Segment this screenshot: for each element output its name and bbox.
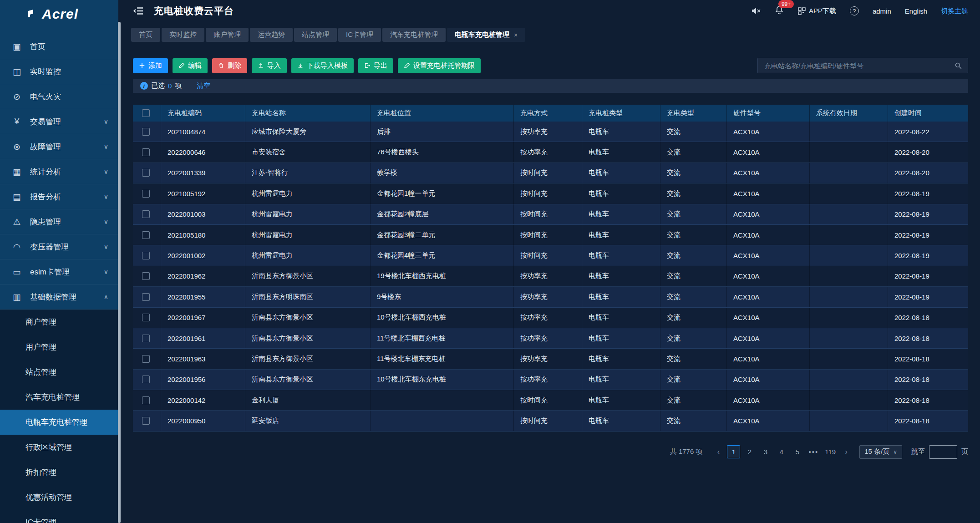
username[interactable]: admin <box>873 7 891 15</box>
sidebar-submenu-item[interactable]: 站点管理 <box>0 360 118 385</box>
theme-switch-link[interactable]: 切换主题 <box>941 7 968 15</box>
set-hosting-period-button[interactable]: 设置充电桩托管期限 <box>398 58 481 73</box>
cell-created: 2022-08-18 <box>888 349 968 369</box>
sidebar-submenu-item[interactable]: 电瓶车充电桩管理 <box>0 410 118 435</box>
tab[interactable]: 站点管理 × <box>294 28 337 42</box>
sidebar-item[interactable]: ¥ 交易管理 ∨ <box>0 109 118 134</box>
import-button[interactable]: 导入 <box>252 58 287 73</box>
row-checkbox[interactable] <box>142 417 150 425</box>
tab[interactable]: IC卡管理 × <box>338 28 381 42</box>
sidebar-item[interactable]: ▭ esim卡管理 ∨ <box>0 259 118 284</box>
sidebar-item[interactable]: ◫ 实时监控 <box>0 59 118 84</box>
cell-station: 延安饭店 <box>245 411 371 431</box>
sidebar-item[interactable]: ⊘ 电气火灾 <box>0 84 118 109</box>
row-checkbox[interactable] <box>142 190 150 198</box>
table-row[interactable]: 2022001339 江苏-智将行 教学楼 按时间充 电瓶车 交流 ACX10A… <box>133 163 968 183</box>
table-row[interactable]: 2022001963 沂南县东方御景小区 11号楼北车棚东充电桩 按功率充 电瓶… <box>133 349 968 369</box>
notifications[interactable]: 99+ <box>775 5 784 16</box>
delete-button[interactable]: 删除 <box>212 58 247 73</box>
table-row[interactable]: 2022001962 沂南县东方御景小区 19号楼北车棚西充电桩 按功率充 电瓶… <box>133 266 968 287</box>
cell-method: 按功率充 <box>514 287 582 307</box>
tab-label: 账户管理 <box>213 30 241 39</box>
row-checkbox[interactable] <box>142 231 150 239</box>
sidebar-item[interactable]: ◠ 变压器管理 ∨ <box>0 234 118 259</box>
sidebar-submenu-item[interactable]: 用户管理 <box>0 335 118 360</box>
row-checkbox[interactable] <box>142 210 150 218</box>
sidebar-submenu-item[interactable]: 优惠活动管理 <box>0 485 118 510</box>
download-template-button[interactable]: 下载导入模板 <box>291 58 354 73</box>
row-checkbox[interactable] <box>142 376 150 383</box>
add-button[interactable]: 添加 <box>133 58 168 73</box>
tab[interactable]: 汽车充电桩管理 × <box>382 28 446 42</box>
row-checkbox[interactable] <box>142 148 150 156</box>
row-checkbox[interactable] <box>142 335 150 342</box>
chevron-icon: ∨ <box>104 218 108 225</box>
export-button[interactable]: 导出 <box>358 58 393 73</box>
sidebar-submenu-item[interactable]: 商户管理 <box>0 310 118 335</box>
table-row[interactable]: 2022000646 市安装宿舍 76号楼西楼头 按功率充 电瓶车 交流 ACX… <box>133 142 968 162</box>
sidebar-submenu-item[interactable]: 行政区域管理 <box>0 435 118 460</box>
collapse-sidebar-icon[interactable] <box>133 5 145 17</box>
row-checkbox[interactable] <box>142 396 150 404</box>
sidebar-item[interactable]: ▤ 报告分析 ∨ <box>0 184 118 209</box>
table-row[interactable]: 2021005192 杭州雷霆电力 金都花园1幢一单元 按时间充 电瓶车 交流 … <box>133 183 968 204</box>
mute-icon[interactable] <box>751 6 761 15</box>
sidebar-scrollbar[interactable] <box>118 22 121 523</box>
sidebar-submenu-label: 站点管理 <box>25 367 56 377</box>
last-page-number[interactable]: 119 <box>823 445 838 458</box>
page-number[interactable]: 2 <box>743 445 756 458</box>
tab[interactable]: 首页 × <box>131 28 160 42</box>
jump-page-input[interactable] <box>929 445 957 459</box>
page-size-select[interactable]: 15 条/页 ∨ <box>859 445 902 459</box>
row-checkbox[interactable] <box>142 272 150 280</box>
row-checkbox[interactable] <box>142 128 150 136</box>
next-page-icon[interactable]: › <box>840 448 852 456</box>
search-icon[interactable] <box>955 62 962 70</box>
table-body: 2021004874 应城市保险大厦旁 后排 按功率充 电瓶车 交流 ACX10… <box>133 122 968 432</box>
tab[interactable]: 实时监控 × <box>162 28 204 42</box>
help-icon[interactable]: ? <box>850 6 859 15</box>
table-row[interactable]: 2022001003 杭州雷霆电力 金都花园2幢底层 按时间充 电瓶车 交流 A… <box>133 204 968 225</box>
app-download[interactable]: APP下载 <box>797 7 836 15</box>
clear-selection-link[interactable]: 清空 <box>197 81 210 90</box>
sidebar-item[interactable]: ▦ 统计分析 ∨ <box>0 159 118 184</box>
search-input[interactable] <box>764 62 955 70</box>
row-checkbox[interactable] <box>142 169 150 177</box>
table-row[interactable]: 2022001956 沂南县东方御景小区 10号楼北车棚东充电桩 按功率充 电瓶… <box>133 370 968 390</box>
row-checkbox[interactable] <box>142 314 150 321</box>
table-row[interactable]: 2022000950 延安饭店 按时间充 电瓶车 交流 ACX10A 2022-… <box>133 411 968 431</box>
cell-valid-date <box>810 142 888 162</box>
table-row[interactable]: 2021004874 应城市保险大厦旁 后排 按功率充 电瓶车 交流 ACX10… <box>133 122 968 142</box>
table-row[interactable]: 2022001955 沂南县东方明珠南区 9号楼东 按功率充 电瓶车 交流 AC… <box>133 287 968 307</box>
table-row[interactable]: 2022001967 沂南县东方御景小区 10号楼北车棚西充电桩 按功率充 电瓶… <box>133 308 968 328</box>
edit-button[interactable]: 编辑 <box>173 58 208 73</box>
cell-code: 2022001956 <box>161 370 245 390</box>
cell-charge-type: 交流 <box>660 122 727 142</box>
sidebar-item[interactable]: ⚠ 隐患管理 ∨ <box>0 209 118 234</box>
tab-close-icon[interactable]: × <box>514 31 518 39</box>
table-row[interactable]: 2022001002 杭州雷霆电力 金都花园4幢三单元 按时间充 电瓶车 交流 … <box>133 245 968 266</box>
row-checkbox[interactable] <box>142 252 150 259</box>
row-checkbox[interactable] <box>142 293 150 301</box>
sidebar-item[interactable]: ▣ 首页 <box>0 34 118 59</box>
sidebar-submenu-item[interactable]: 汽车充电桩管理 <box>0 385 118 410</box>
tab[interactable]: 账户管理 × <box>206 28 249 42</box>
prev-page-icon[interactable]: ‹ <box>712 448 724 456</box>
row-checkbox[interactable] <box>142 355 150 363</box>
page-number[interactable]: 1 <box>727 445 740 458</box>
cell-hw-model: ACX10A <box>727 390 810 410</box>
select-all-checkbox[interactable] <box>142 109 150 117</box>
table-row[interactable]: 2022000142 金利大厦 按时间充 电瓶车 交流 ACX10A 2022-… <box>133 390 968 411</box>
sidebar-submenu-item[interactable]: IC卡管理 <box>0 510 118 523</box>
tab[interactable]: 运营趋势 × <box>250 28 293 42</box>
page-number[interactable]: 4 <box>775 445 788 458</box>
sidebar-submenu-item[interactable]: 折扣管理 <box>0 460 118 485</box>
table-row[interactable]: 2022001961 沂南县东方御景小区 11号楼北车棚西充电桩 按功率充 电瓶… <box>133 328 968 349</box>
language-switch[interactable]: English <box>905 7 927 15</box>
page-number[interactable]: 5 <box>791 445 804 458</box>
table-row[interactable]: 2021005180 杭州雷霆电力 金都花园3幢二单元 按时间充 电瓶车 交流 … <box>133 225 968 245</box>
tab[interactable]: 电瓶车充电桩管理 × <box>447 28 525 42</box>
sidebar-item[interactable]: ▥ 基础数据管理 ∧ <box>0 284 118 310</box>
page-number[interactable]: 3 <box>759 445 772 458</box>
sidebar-item[interactable]: ⊗ 故障管理 ∨ <box>0 134 118 159</box>
